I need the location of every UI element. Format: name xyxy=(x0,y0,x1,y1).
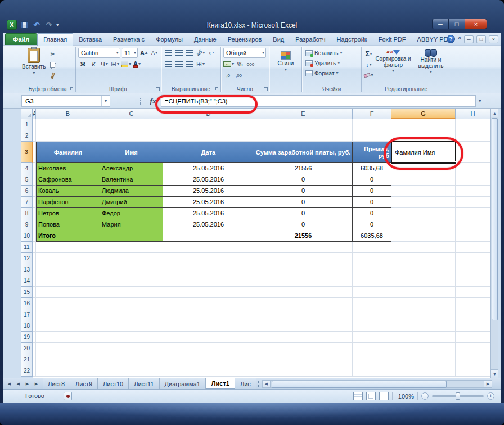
cell-G17[interactable] xyxy=(392,309,456,320)
cell-C19[interactable] xyxy=(100,332,163,343)
row-header-10[interactable]: 10 xyxy=(21,230,33,242)
last-sheet-button[interactable]: ▶ xyxy=(32,380,40,388)
workbook-minimize-button[interactable]: ─ xyxy=(464,35,474,43)
cell-C9[interactable]: Мария xyxy=(100,219,163,230)
cell-D11[interactable] xyxy=(163,242,254,253)
sheet-tab-Лист8[interactable]: Лист8 xyxy=(43,378,70,389)
cell-G14[interactable] xyxy=(392,275,456,287)
cell-G18[interactable] xyxy=(392,320,456,332)
cell-E22[interactable] xyxy=(254,365,353,377)
ribbon-tab-Данные[interactable]: Данные xyxy=(188,34,222,45)
cell-H6[interactable] xyxy=(456,186,490,197)
cell-F16[interactable] xyxy=(353,298,392,309)
align-center-button[interactable] xyxy=(174,59,184,69)
minimize-button[interactable]: ─ xyxy=(432,19,448,29)
cell-H12[interactable] xyxy=(456,253,490,264)
cell-D14[interactable] xyxy=(163,275,254,287)
italic-button[interactable]: К xyxy=(89,59,98,69)
cell-D6[interactable]: 25.05.2016 xyxy=(163,186,254,197)
sort-filter-button[interactable]: АЯ Сортировка и фильтр ▾ xyxy=(375,48,411,80)
cell-E11[interactable] xyxy=(254,242,353,253)
ribbon-tab-Главная[interactable]: Главная xyxy=(37,33,73,46)
cell-D8[interactable]: 25.05.2016 xyxy=(163,208,254,219)
cell-B3[interactable]: Фамилия xyxy=(36,142,100,163)
cell-H2[interactable] xyxy=(456,130,490,142)
column-header-H[interactable]: H xyxy=(456,109,490,119)
cell-E10[interactable]: 21556 xyxy=(254,230,353,242)
cell-E19[interactable] xyxy=(254,332,353,343)
cell-G7[interactable] xyxy=(392,197,456,208)
cell-D10[interactable] xyxy=(163,230,254,242)
column-header-D[interactable]: D xyxy=(163,109,254,119)
ribbon-tab-Foxit PDF[interactable]: Foxit PDF xyxy=(373,34,412,45)
row-header-20[interactable]: 20 xyxy=(21,343,33,354)
cell-C21[interactable] xyxy=(100,354,163,365)
percent-style-button[interactable]: % xyxy=(235,59,245,69)
cell-F8[interactable]: 0 xyxy=(353,208,392,219)
underline-button[interactable]: Ч▾ xyxy=(100,59,109,69)
cell-C14[interactable] xyxy=(100,275,163,287)
formula-input[interactable]: =СЦЕПИТЬ(B3;" ";C3) xyxy=(161,95,476,107)
column-header-B[interactable]: B xyxy=(36,109,100,119)
cell-D21[interactable] xyxy=(163,354,254,365)
cell-E16[interactable] xyxy=(254,298,353,309)
sheet-tab-Лист1[interactable]: Лист1 xyxy=(206,378,235,389)
cell-F18[interactable] xyxy=(353,320,392,332)
copy-button[interactable] xyxy=(48,60,57,70)
cell-F20[interactable] xyxy=(353,343,392,354)
row-header-13[interactable]: 13 xyxy=(21,264,33,275)
paste-button[interactable]: Вставить ▾ xyxy=(22,48,46,80)
scroll-right-icon[interactable]: ▶ xyxy=(484,380,492,388)
fill-handle[interactable] xyxy=(454,161,457,164)
row-header-7[interactable]: 7 xyxy=(21,197,33,208)
zoom-slider[interactable] xyxy=(432,395,484,397)
align-right-button[interactable] xyxy=(185,59,195,69)
row-header-18[interactable]: 18 xyxy=(21,320,33,332)
cell-B4[interactable]: Николаев xyxy=(36,163,100,174)
undo-button[interactable]: ↶ xyxy=(32,20,42,30)
align-left-button[interactable] xyxy=(164,59,173,69)
cell-C7[interactable]: Дмитрий xyxy=(100,197,163,208)
cell-F21[interactable] xyxy=(353,354,392,365)
sheet-tab-Лис[interactable]: Лис xyxy=(235,378,256,389)
insert-function-button[interactable]: fx xyxy=(146,96,160,107)
cell-G22[interactable] xyxy=(392,365,456,377)
cell-G11[interactable] xyxy=(392,242,456,253)
cell-D22[interactable] xyxy=(163,365,254,377)
cell-E14[interactable] xyxy=(254,275,353,287)
ribbon-tab-Вставка[interactable]: Вставка xyxy=(73,34,107,45)
cell-E21[interactable] xyxy=(254,354,353,365)
cell-B5[interactable]: Сафронова xyxy=(36,174,100,186)
cell-B13[interactable] xyxy=(36,264,100,275)
workbook-restore-button[interactable]: □ xyxy=(476,35,486,43)
normal-view-button[interactable] xyxy=(353,392,363,400)
cell-G10[interactable] xyxy=(392,230,456,242)
number-dialog-launcher[interactable] xyxy=(263,87,268,91)
cell-C6[interactable]: Людмила xyxy=(100,186,163,197)
row-header-19[interactable]: 19 xyxy=(21,332,33,343)
align-top-button[interactable] xyxy=(164,48,173,58)
expand-formula-bar-icon[interactable]: ▾ xyxy=(479,98,482,103)
cell-C13[interactable] xyxy=(100,264,163,275)
clear-button[interactable]: ▾ xyxy=(364,70,374,80)
insert-cells-button[interactable]: Вставить ▾ xyxy=(304,48,359,58)
cell-F6[interactable]: 0 xyxy=(353,186,392,197)
cell-D2[interactable] xyxy=(163,130,254,142)
cell-C5[interactable]: Валентина xyxy=(100,174,163,186)
autosum-button[interactable]: Σ▾ xyxy=(364,49,374,59)
cell-D17[interactable] xyxy=(163,309,254,320)
font-color-button[interactable]: А▾ xyxy=(132,59,142,69)
cell-C11[interactable] xyxy=(100,242,163,253)
row-header-1[interactable]: 1 xyxy=(21,119,33,130)
cell-E15[interactable] xyxy=(254,287,353,298)
cell-D20[interactable] xyxy=(163,343,254,354)
prev-sheet-button[interactable]: ◀ xyxy=(14,380,22,388)
cell-F4[interactable]: 6035,68 xyxy=(353,163,392,174)
cell-C8[interactable]: Федор xyxy=(100,208,163,219)
column-header-G[interactable]: G xyxy=(392,109,456,119)
ribbon-tab-Надстройк[interactable]: Надстройк xyxy=(331,34,372,45)
redo-button[interactable]: ↷ xyxy=(44,20,54,30)
row-header-22[interactable]: 22 xyxy=(21,365,33,377)
font-size-combo[interactable]: 11 ▾ xyxy=(122,48,138,58)
maximize-button[interactable]: □ xyxy=(448,19,465,29)
